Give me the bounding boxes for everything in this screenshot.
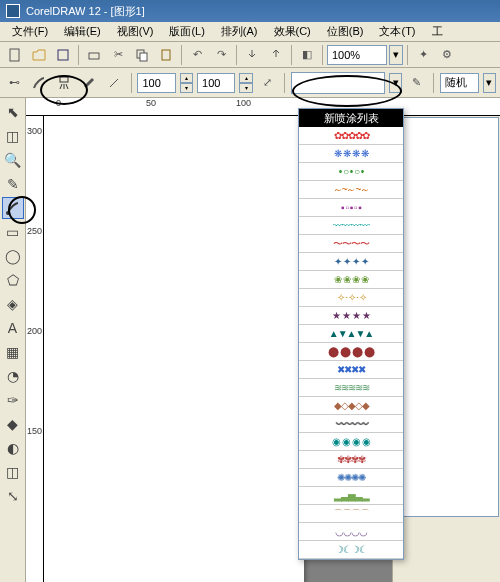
save-button[interactable]	[52, 44, 74, 66]
spraylist-item[interactable]: • ○ • ○ •	[299, 163, 403, 181]
paste-button[interactable]	[155, 44, 177, 66]
spraylist-item[interactable]: ▂▃▅▃▂	[299, 487, 403, 505]
menu-text[interactable]: 文本(T)	[371, 22, 423, 41]
menu-tools[interactable]: 工	[424, 22, 451, 41]
svg-rect-4	[140, 53, 147, 61]
menu-arrange[interactable]: 排列(A)	[213, 22, 266, 41]
zoom-input[interactable]: 100%	[327, 45, 387, 65]
text-tool[interactable]: A	[2, 317, 24, 339]
docker-panel	[392, 116, 500, 582]
svg-point-7	[6, 211, 10, 215]
menu-bitmap[interactable]: 位图(B)	[319, 22, 372, 41]
spraylist-item[interactable]: ✾✾✾✾	[299, 451, 403, 469]
spraylist-edit-button[interactable]: ✎	[406, 72, 427, 94]
menu-effects[interactable]: 效果(C)	[266, 22, 319, 41]
menu-view[interactable]: 视图(V)	[109, 22, 162, 41]
size2-input[interactable]: 100	[197, 73, 235, 93]
menu-layout[interactable]: 版面(L)	[161, 22, 212, 41]
spraylist-item[interactable]: ≋≋≋≋≋	[299, 379, 403, 397]
size2-spinner[interactable]: ▴▾	[239, 73, 252, 93]
scale-lock-icon[interactable]: ⤢	[257, 72, 278, 94]
spraylist-item[interactable]: ❀ ❀ ❀ ❀	[299, 271, 403, 289]
spraylist-item[interactable]: ✦ ✦ ✦ ✦	[299, 253, 403, 271]
ruler-vertical: 300 250 200 150	[26, 116, 44, 582]
app-title: CorelDRAW 12 - [图形1]	[26, 4, 145, 19]
shape-tool[interactable]: ◫	[2, 125, 24, 147]
spraylist-item[interactable]: ▪ ▫ ▪ ▫ ▪	[299, 199, 403, 217]
spraylist-item[interactable]: ◡◡◡◡	[299, 523, 403, 541]
options-button[interactable]: ⚙	[436, 44, 458, 66]
spraylist-item[interactable]: ✧･✧･✧	[299, 289, 403, 307]
print-button[interactable]	[83, 44, 105, 66]
canvas-page[interactable]	[44, 116, 304, 582]
ruler-horizontal: 0 50 100	[26, 98, 500, 116]
spraylist-item[interactable]: 〰〰〰〰	[299, 217, 403, 235]
svg-rect-1	[58, 50, 68, 60]
toolbox: ⬉ ◫ 🔍 ✎ ▭ ◯ ⬠ ◈ A ▦ ◔ ✑ ◆ ◐ ◫ ⤡	[0, 98, 26, 582]
menu-file[interactable]: 文件(F)	[4, 22, 56, 41]
pressure-button[interactable]	[104, 72, 125, 94]
size1-input[interactable]: 100	[137, 73, 175, 93]
property-bar: ⊷ 100 ▴▾ 100 ▴▾ ⤢ ▾ ✎ 随机 ▾	[0, 68, 500, 98]
spraylist-item[interactable]: ◉ ◉ ◉ ◉	[299, 433, 403, 451]
fill-interactive-tool[interactable]: ◐	[2, 437, 24, 459]
artistic-media-tool[interactable]	[2, 197, 24, 219]
freehand-tool[interactable]: ✎	[2, 173, 24, 195]
spray-mode-select[interactable]: 随机	[440, 73, 478, 93]
zoom-dropdown[interactable]: ▾	[389, 45, 403, 65]
pick-tool[interactable]: ⬉	[2, 101, 24, 123]
spray-mode-dropdown[interactable]: ▾	[483, 73, 496, 93]
ellipse-tool[interactable]: ◯	[2, 245, 24, 267]
app-icon	[6, 4, 20, 18]
app-launcher-button[interactable]: ◧	[296, 44, 318, 66]
spraylist-item[interactable]: ✖✖✖✖	[299, 361, 403, 379]
spraylist-popup: 新喷涂列表 ✿✿✿✿✿❋ ❋ ❋ ❋• ○ • ○ •～~～~～▪ ▫ ▪ ▫ …	[298, 108, 404, 560]
basic-shapes-tool[interactable]: ◈	[2, 293, 24, 315]
new-button[interactable]	[4, 44, 26, 66]
fill-tool[interactable]: ◆	[2, 413, 24, 435]
calligraphic-button[interactable]	[79, 72, 100, 94]
title-bar: CorelDRAW 12 - [图形1]	[0, 0, 500, 22]
redo-button[interactable]: ↷	[210, 44, 232, 66]
spraylist-item[interactable]: ★ ★ ★ ★	[299, 307, 403, 325]
spraylist-item[interactable]: ❋ ❋ ❋ ❋	[299, 145, 403, 163]
spraylist-item[interactable]: ⌒⌒⌒⌒	[299, 505, 403, 523]
undo-button[interactable]: ↶	[186, 44, 208, 66]
workarea: 0 50 100 300 250 200 150	[26, 98, 500, 582]
spraylist-item[interactable]: ▲▼▲▼▲	[299, 325, 403, 343]
spraylist-item[interactable]: 〜〜〜〜	[299, 235, 403, 253]
export-button[interactable]	[265, 44, 287, 66]
crop-tool[interactable]: ◫	[2, 461, 24, 483]
cut-button[interactable]: ✂	[107, 44, 129, 66]
menu-edit[interactable]: 编辑(E)	[56, 22, 109, 41]
interactive-tool[interactable]: ▦	[2, 341, 24, 363]
docker-content[interactable]	[394, 117, 499, 517]
spraylist-item[interactable]: 〰️〰️〰️	[299, 415, 403, 433]
rect-tool[interactable]: ▭	[2, 221, 24, 243]
spraylist-item[interactable]: ✺✺✺✺	[299, 469, 403, 487]
zoom-tool[interactable]: 🔍	[2, 149, 24, 171]
copy-button[interactable]	[131, 44, 153, 66]
open-button[interactable]	[28, 44, 50, 66]
menu-bar: 文件(F) 编辑(E) 视图(V) 版面(L) 排列(A) 效果(C) 位图(B…	[0, 22, 500, 42]
snap-button[interactable]: ✦	[412, 44, 434, 66]
spraylist-dropdown[interactable]: ▾	[389, 73, 402, 93]
svg-rect-6	[60, 77, 68, 82]
spraylist-item[interactable]: ☽☾☽☾	[299, 541, 403, 559]
polygon-tool[interactable]: ⬠	[2, 269, 24, 291]
size1-spinner[interactable]: ▴▾	[180, 73, 193, 93]
svg-rect-2	[89, 53, 99, 59]
connector-tool[interactable]: ⤡	[2, 485, 24, 507]
spraylist-item[interactable]: ✿✿✿✿✿	[299, 127, 403, 145]
eyedrop-tool[interactable]: ◔	[2, 365, 24, 387]
brush-button[interactable]	[29, 72, 50, 94]
spraylist-item[interactable]: ◆◇◆◇◆	[299, 397, 403, 415]
spraylist-preview[interactable]	[291, 72, 386, 94]
standard-toolbar: ✂ ↶ ↷ ◧ 100% ▾ ✦ ⚙	[0, 42, 500, 68]
import-button[interactable]	[241, 44, 263, 66]
outline-tool[interactable]: ✑	[2, 389, 24, 411]
spraylist-item[interactable]: ⬤ ⬤ ⬤ ⬤	[299, 343, 403, 361]
spraylist-item[interactable]: ～~～~～	[299, 181, 403, 199]
sprayer-button[interactable]	[54, 72, 75, 94]
preset-button[interactable]: ⊷	[4, 72, 25, 94]
